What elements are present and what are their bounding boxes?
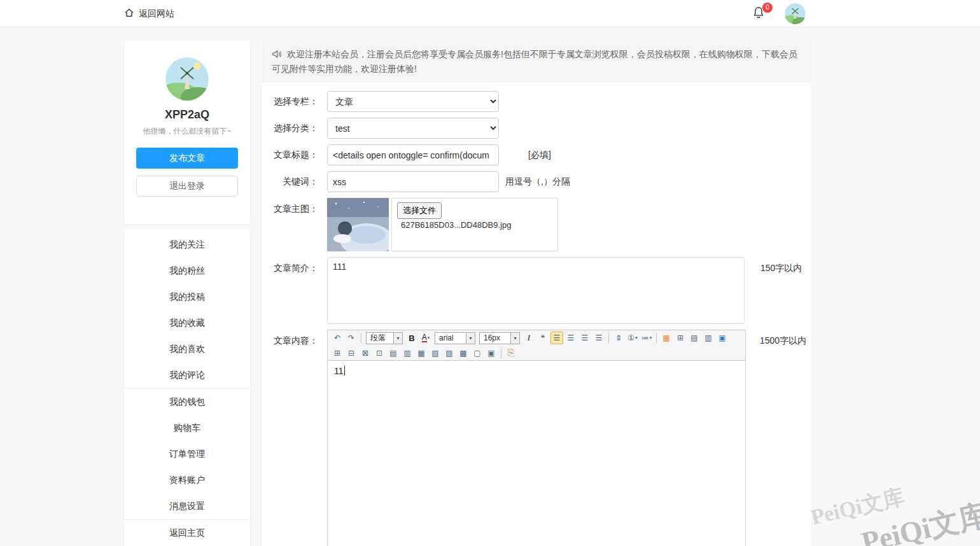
home-icon	[124, 8, 134, 20]
sidebar-item-cart[interactable]: 购物车	[124, 415, 250, 441]
back-to-site-link[interactable]: 返回网站	[124, 0, 174, 27]
font-color-icon: A	[422, 334, 427, 342]
undo-icon[interactable]: ↶	[331, 332, 344, 344]
merge-right-icon[interactable]: ▨	[443, 347, 456, 360]
insert-row-below-icon[interactable]: ⊟	[345, 347, 358, 360]
sidebar-item-posts[interactable]: 我的投稿	[124, 284, 250, 310]
keywords-input[interactable]	[327, 171, 499, 192]
content-label: 文章内容：	[262, 330, 318, 347]
bold-button[interactable]: B	[405, 332, 418, 344]
sidebar-item-home[interactable]: 返回主页	[124, 520, 250, 546]
category-label: 选择分类：	[262, 118, 318, 139]
watermark: PeiQi文库	[808, 482, 907, 532]
sidebar-menu: 我的关注 我的粉丝 我的投稿 我的收藏 我的喜欢 我的评论 我的钱包 购物车 订…	[124, 229, 250, 546]
delete-table-icon[interactable]: ▢	[471, 347, 484, 360]
insert-image-button[interactable]: ▦	[660, 332, 673, 344]
font-size-select[interactable]: 16px ▾	[479, 332, 520, 344]
main-image-label: 文章主图：	[262, 198, 318, 215]
article-form-card: 选择专栏： 文章 选择分类： test 文章标题： [必填] 关键词： 用逗号（…	[262, 83, 811, 546]
font-family-select[interactable]: arial ▾	[435, 332, 475, 344]
title-input[interactable]	[327, 144, 499, 165]
content-row: 文章内容： ↶ ↷ 段落 ▾ B A ▾ arial ▾	[262, 330, 811, 546]
unordered-list-button[interactable]: ≔ ▾	[640, 332, 653, 344]
editor-content-text: 11	[334, 366, 344, 376]
file-upload-box: 选择文件 627B6185D03...DD48DB9.jpg	[391, 198, 558, 251]
keywords-label: 关键词：	[262, 171, 318, 192]
italic-button[interactable]: I	[522, 332, 535, 344]
sidebar-item-fans[interactable]: 我的粉丝	[124, 258, 250, 284]
sidebar-item-orders[interactable]: 订单管理	[124, 441, 250, 467]
summary-hint: 150字以内	[760, 257, 802, 274]
sidebar-item-wallet[interactable]: 我的钱包	[124, 389, 250, 415]
column-label: 选择专栏：	[262, 91, 318, 112]
notifications-button[interactable]: 0	[752, 6, 768, 22]
bell-icon	[752, 11, 766, 22]
align-justify-button[interactable]: ☰	[592, 332, 605, 344]
insert-table-button[interactable]: ⊞	[674, 332, 687, 344]
sidebar-item-follows[interactable]: 我的关注	[124, 232, 250, 258]
ordered-list-button[interactable]: ① ▾	[626, 332, 639, 344]
summary-label: 文章简介：	[262, 257, 318, 274]
sidebar-item-favorites[interactable]: 我的收藏	[124, 310, 250, 336]
column-select[interactable]: 文章	[327, 91, 499, 112]
logout-button[interactable]: 退出登录	[136, 176, 238, 197]
ordered-list-icon: ①	[627, 333, 634, 342]
paragraph-style-select[interactable]: 段落 ▾	[366, 332, 403, 344]
insert-row-above-icon[interactable]: ⊞	[331, 347, 344, 360]
toolbar-separator	[361, 333, 361, 343]
user-avatar[interactable]	[165, 57, 209, 101]
publish-article-button[interactable]: 发布文章	[136, 148, 238, 169]
speaker-icon	[272, 49, 287, 59]
article-thumbnail	[327, 198, 389, 251]
insert-col-left-icon[interactable]: ⊡	[373, 347, 386, 360]
choose-file-button[interactable]: 选择文件	[397, 202, 442, 219]
preview-button[interactable]: ▣	[716, 332, 729, 344]
line-height-button[interactable]: ⇕	[612, 332, 625, 344]
delete-col-icon[interactable]: ▥	[401, 347, 414, 360]
insert-col-right-icon[interactable]: ▤	[387, 347, 400, 360]
chevron-down-icon: ▾	[393, 333, 402, 344]
notice-text: 欢迎注册本站会员，注册会员后您将享受专属会员服务!包括但不限于专属文章浏览权限，…	[272, 49, 797, 74]
sidebar-item-comments[interactable]: 我的评论	[124, 362, 250, 388]
sidebar-item-account[interactable]: 资料账户	[124, 467, 250, 493]
font-color-button[interactable]: A ▾	[419, 332, 432, 344]
chevron-down-icon: ▾	[466, 333, 475, 344]
navbar-user-avatar[interactable]	[785, 3, 806, 24]
paste-icon[interactable]: ⎘	[505, 347, 517, 360]
user-bio: 他很懒，什么都没有留下~	[124, 126, 250, 137]
summary-row: 文章简介： 111 150字以内	[262, 257, 811, 324]
title-row: 文章标题： [必填]	[262, 144, 811, 165]
category-row: 选择分类： test	[262, 118, 811, 139]
merge-cells-icon[interactable]: ▦	[415, 347, 428, 360]
align-right-button[interactable]: ☰	[578, 332, 591, 344]
table-properties-button[interactable]: ▤	[688, 332, 701, 344]
delete-row-icon[interactable]: ⊠	[359, 347, 372, 360]
table-grid-icon[interactable]: ▣	[485, 347, 498, 360]
toolbar-separator	[501, 348, 501, 358]
watermark: PeiQi文库	[858, 495, 980, 546]
sidebar-item-messages[interactable]: 消息设置	[124, 493, 250, 519]
content-hint: 1500字以内	[760, 330, 806, 347]
align-left-button[interactable]: ☰	[550, 332, 563, 344]
chevron-down-icon: ▾	[635, 335, 638, 340]
title-label: 文章标题：	[262, 144, 318, 165]
redo-icon[interactable]: ↷	[345, 332, 358, 344]
blockquote-button[interactable]: ❝	[536, 332, 549, 344]
chevron-down-icon: ▾	[428, 335, 430, 340]
main-image-row: 文章主图： 选择文件 627B6185D03...DD48DB9.jpg	[262, 198, 811, 251]
rich-text-editor: ↶ ↷ 段落 ▾ B A ▾ arial ▾ 16px ▾	[327, 330, 746, 546]
username: XPP2aQ	[124, 108, 250, 122]
editor-content-area[interactable]: 11	[328, 361, 745, 546]
align-center-button[interactable]: ☰	[564, 332, 577, 344]
summary-textarea[interactable]: 111	[327, 257, 745, 324]
cell-properties-button[interactable]: ▥	[702, 332, 715, 344]
merge-down-icon[interactable]: ▩	[457, 347, 470, 360]
split-cell-icon[interactable]: ▧	[429, 347, 442, 360]
sidebar-item-likes[interactable]: 我的喜欢	[124, 336, 250, 362]
notification-badge: 0	[762, 3, 773, 13]
category-select[interactable]: test	[327, 118, 499, 139]
required-hint: [必填]	[528, 144, 551, 165]
paragraph-style-value: 段落	[367, 333, 393, 344]
unordered-list-icon: ≔	[641, 333, 649, 342]
text-caret	[344, 366, 345, 375]
